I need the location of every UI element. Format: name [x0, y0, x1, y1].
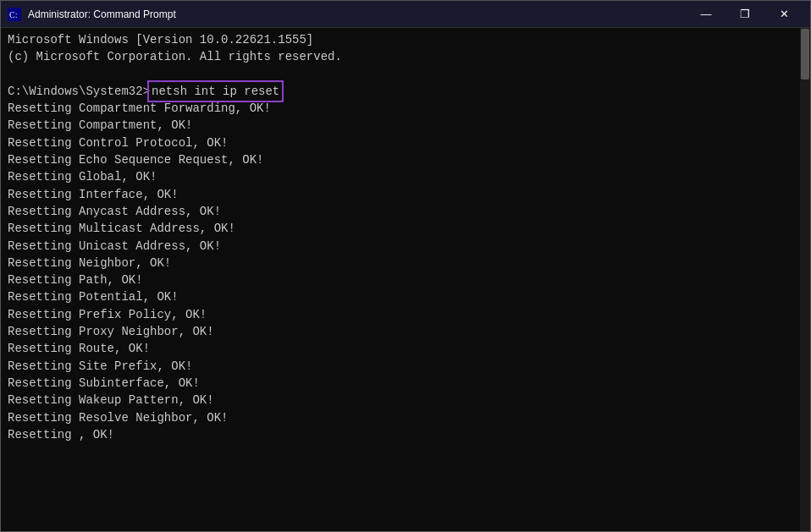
console-line: Resetting Potential, OK! [8, 288, 803, 305]
console-line: Resetting Prefix Policy, OK! [8, 306, 803, 323]
console-output[interactable]: Microsoft Windows [Version 10.0.22621.15… [1, 28, 810, 531]
prompt-text: C:\Windows\System32> [8, 83, 150, 100]
window-controls: — ❐ ✕ [687, 1, 803, 28]
scrollbar[interactable] [800, 28, 810, 531]
console-line: Resetting , OK! [8, 426, 803, 443]
console-line: Resetting Subinterface, OK! [8, 375, 803, 392]
console-line: Resetting Anycast Address, OK! [8, 203, 803, 220]
console-line: Resetting Site Prefix, OK! [8, 358, 803, 375]
title-bar: C: Administrator: Command Prompt — ❐ ✕ [1, 1, 810, 28]
cmd-icon: C: [8, 8, 21, 21]
window-title: Administrator: Command Prompt [28, 8, 687, 20]
console-line: Resetting Interface, OK! [8, 186, 803, 203]
console-line: Resetting Control Protocol, OK! [8, 134, 803, 151]
console-line: Resetting Proxy Neighbor, OK! [8, 323, 803, 340]
console-line: Resetting Wakeup Pattern, OK! [8, 392, 803, 409]
console-line [8, 66, 803, 83]
console-line: Resetting Route, OK! [8, 340, 803, 357]
close-button[interactable]: ✕ [764, 1, 803, 28]
console-line: (c) Microsoft Corporation. All rights re… [8, 48, 803, 65]
scrollbar-thumb[interactable] [801, 29, 809, 80]
cmd-window: C: Administrator: Command Prompt — ❐ ✕ M… [0, 0, 811, 532]
command-input-line: C:\Windows\System32>netsh int ip reset [8, 83, 803, 100]
console-line: Resetting Multicast Address, OK! [8, 220, 803, 237]
console-line: Resetting Path, OK! [8, 271, 803, 288]
console-line: Resetting Compartment, OK! [8, 117, 803, 134]
command-text: netsh int ip reset [150, 83, 281, 100]
console-line: Resetting Unicast Address, OK! [8, 238, 803, 255]
console-line: Resetting Global, OK! [8, 168, 803, 185]
console-line: Resetting Compartment Forwarding, OK! [8, 100, 803, 117]
console-line: Microsoft Windows [Version 10.0.22621.15… [8, 31, 803, 48]
maximize-button[interactable]: ❐ [725, 1, 764, 28]
minimize-button[interactable]: — [687, 1, 725, 28]
console-line: Resetting Neighbor, OK! [8, 255, 803, 271]
console-line: Resetting Echo Sequence Request, OK! [8, 151, 803, 168]
svg-text:C:: C: [9, 10, 17, 19]
console-line: Resetting Resolve Neighbor, OK! [8, 409, 803, 426]
